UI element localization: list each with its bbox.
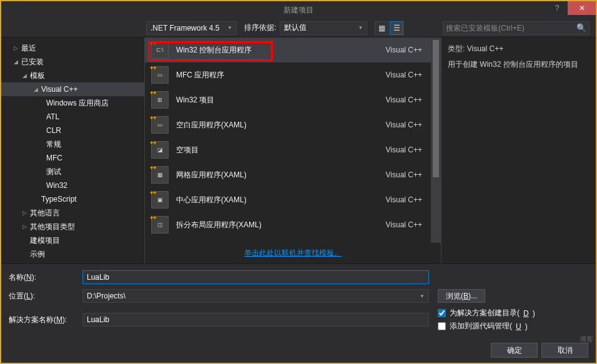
chevron-down-icon: ▼ [358, 25, 363, 31]
template-item[interactable]: ++◪ 空项目 Visual C++ [145, 137, 441, 162]
solution-label: 解决方案名称(M): [9, 315, 77, 325]
titlebar: 新建项目 ? ✕ [1, 1, 596, 19]
name-input[interactable] [82, 270, 429, 284]
type-label: 类型: [448, 44, 465, 53]
ok-button[interactable]: 确定 [491, 343, 538, 358]
template-icon: ++C:\ [151, 41, 169, 59]
sort-dropdown[interactable]: 默认值▼ [280, 21, 367, 35]
location-input[interactable]: D:\Projects\▼ [82, 289, 429, 303]
tree-typescript[interactable]: TypeScript [1, 192, 144, 206]
cancel-button[interactable]: 取消 [541, 343, 588, 358]
category-tree: ▷最近 ◢已安装 ◢模板 ◢Visual C++ Windows 应用商店 AT… [1, 37, 145, 263]
template-lang: Visual C++ [386, 46, 422, 54]
template-icon: ++▭ [151, 66, 169, 84]
template-icon: ++▦ [151, 166, 169, 184]
window-title: 新建项目 [1, 5, 596, 16]
template-icon: ++◫ [151, 216, 169, 234]
template-name: 空项目 [176, 145, 378, 155]
template-name: Win32 控制台应用程序 [176, 45, 378, 56]
chevron-down-icon: ▼ [227, 25, 232, 31]
tree-child[interactable]: Windows 应用商店 [1, 96, 144, 110]
tree-child[interactable]: 常规 [1, 137, 144, 151]
template-lang: Visual C++ [386, 220, 422, 229]
tree-other-lang[interactable]: ▷其他语言 [1, 206, 144, 220]
tree-child[interactable]: MFC [1, 151, 144, 165]
tree-vcpp[interactable]: ◢Visual C++ [1, 82, 144, 96]
template-list: ++C:\ Win32 控制台应用程序 Visual C++ ++▭ MFC 应… [145, 37, 441, 243]
template-name: 空白应用程序(XAML) [176, 120, 378, 130]
search-box[interactable]: 🔍 [443, 21, 590, 35]
template-item[interactable]: ++C:\ Win32 控制台应用程序 Visual C++ [145, 37, 441, 62]
template-name: Win32 项目 [176, 95, 378, 106]
template-icon: ++▭ [151, 116, 169, 134]
template-lang: Visual C++ [386, 145, 422, 154]
template-item[interactable]: ++▭ 空白应用程序(XAML) Visual C++ [145, 112, 441, 137]
template-lang: Visual C++ [386, 195, 422, 204]
toolbar: .NET Framework 4.5▼ 排序依据: 默认值▼ ▦ ☰ 🔍 [1, 19, 596, 37]
template-name: 拆分布局应用程序(XAML) [176, 220, 378, 230]
view-icons-button[interactable]: ▦ [375, 21, 388, 35]
scrollbar[interactable] [431, 37, 441, 243]
scrollbar-thumb[interactable] [433, 40, 439, 177]
tree-samples[interactable]: 示例 [1, 247, 144, 261]
search-input[interactable] [446, 24, 576, 32]
tree-other-proj[interactable]: ▷其他项目类型 [1, 220, 144, 234]
template-description: 用于创建 Win32 控制台应用程序的项目 [448, 59, 590, 70]
browse-button[interactable]: 浏览(B)... [438, 289, 485, 303]
template-lang: Visual C++ [386, 170, 422, 179]
tree-child[interactable]: 测试 [1, 165, 144, 179]
template-icon: ++◪ [151, 141, 169, 159]
type-value: Visual C++ [467, 44, 503, 53]
template-lang: Visual C++ [386, 71, 422, 79]
template-name: 网格应用程序(XAML) [176, 170, 378, 180]
tree-recent[interactable]: ▷最近 [1, 41, 144, 55]
tree-installed[interactable]: ◢已安装 [1, 55, 144, 69]
location-label: 位置(L): [9, 291, 77, 302]
tree-modeling[interactable]: 建模项目 [1, 234, 144, 247]
template-item[interactable]: ++⊞ Win32 项目 Visual C++ [145, 87, 441, 112]
chevron-down-icon: ▼ [420, 293, 425, 299]
framework-dropdown[interactable]: .NET Framework 4.5▼ [146, 21, 237, 35]
sort-label: 排序依据: [244, 22, 276, 33]
template-item[interactable]: ++▣ 中心应用程序(XAML) Visual C++ [145, 187, 441, 212]
template-item[interactable]: ++◫ 拆分布局应用程序(XAML) Visual C++ [145, 212, 441, 237]
close-button[interactable]: ✕ [568, 1, 596, 15]
name-label: 名称(N): [9, 272, 77, 283]
template-icon: ++▣ [151, 191, 169, 209]
template-name: MFC 应用程序 [176, 70, 378, 81]
view-list-button[interactable]: ☰ [390, 21, 403, 35]
online-link-row: 单击此处以联机并查找模板。 [145, 243, 441, 263]
template-item[interactable]: ++▭ MFC 应用程序 Visual C++ [145, 62, 441, 87]
template-lang: Visual C++ [386, 121, 422, 129]
solution-input[interactable] [82, 313, 429, 327]
tree-templates[interactable]: ◢模板 [1, 69, 144, 82]
project-form: 名称(N): 位置(L): D:\Projects\▼ 浏览(B)... 解决方… [1, 264, 596, 338]
add-source-checkbox[interactable]: 添加到源代码管理(U) [438, 321, 535, 332]
template-lang: Visual C++ [386, 96, 422, 104]
online-search-link[interactable]: 单击此处以联机并查找模板。 [244, 248, 342, 257]
template-name: 中心应用程序(XAML) [176, 195, 378, 205]
template-item[interactable]: ++▦ 网格应用程序(XAML) Visual C++ [145, 162, 441, 187]
tree-child[interactable]: CLR [1, 124, 144, 137]
tree-child[interactable]: Win32 [1, 179, 144, 192]
search-icon[interactable]: 🔍 [576, 23, 586, 32]
create-dir-checkbox[interactable]: 为解决方案创建目录(D) [438, 308, 535, 318]
help-button[interactable]: ? [546, 1, 568, 15]
tree-child[interactable]: ATL [1, 110, 144, 124]
info-panel: 类型: Visual C++ 用于创建 Win32 控制台应用程序的项目 [441, 37, 596, 263]
template-icon: ++⊞ [151, 91, 169, 109]
